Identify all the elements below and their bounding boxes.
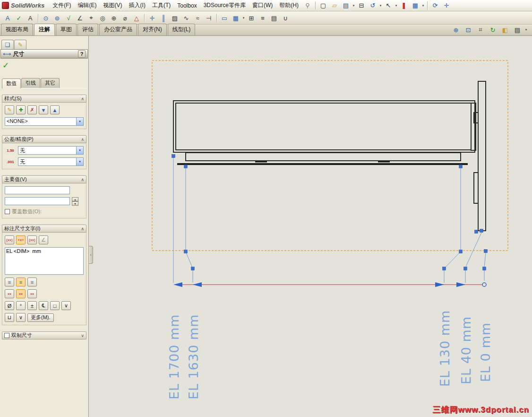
dual-parenthesis-button[interactable]: (xx) <box>27 235 37 244</box>
undo-button[interactable]: ↺ <box>368 1 378 10</box>
datum-target-icon[interactable]: ⊕ <box>109 13 119 23</box>
drawing-graphics-area[interactable]: EL 1700 mm EL 1630 mm EL 130 mm EL 40 mm… <box>89 36 532 417</box>
elevation-dimension-label[interactable]: EL 1630 mm <box>186 291 200 400</box>
leader-angle-button[interactable]: ∠ <box>39 235 48 244</box>
revision-symbol-icon[interactable]: △ <box>131 13 142 23</box>
counterbore-symbol-button[interactable]: ⊔ <box>5 313 14 322</box>
style-group-header[interactable]: 样式(S) ∧ <box>2 95 86 103</box>
chevron-down-icon[interactable]: ▾ <box>76 158 83 165</box>
justify-middle-button[interactable]: xx <box>16 289 26 298</box>
view-display-icon[interactable]: ◧ <box>500 26 510 34</box>
square-symbol-button[interactable]: □ <box>50 301 60 310</box>
tab-sketch[interactable]: 草图 <box>56 24 77 35</box>
zoom-to-area-icon[interactable]: ⊡ <box>463 26 473 34</box>
elevation-dimension-label[interactable]: EL 0 mm <box>478 287 492 382</box>
elevation-dimension-label[interactable]: EL 130 mm <box>438 292 452 387</box>
menu-help[interactable]: 帮助(H) <box>276 0 302 11</box>
countersink-symbol-button[interactable]: ∨ <box>16 313 26 322</box>
display-settings-button[interactable]: ▦ <box>410 1 420 10</box>
end-treatment-icon[interactable]: ⊣ <box>204 13 214 23</box>
viewbar-dropdown-arrow[interactable]: ▾ <box>524 28 528 32</box>
print-button[interactable]: ⊟ <box>356 1 367 10</box>
save-dropdown-arrow[interactable]: ▾ <box>352 4 356 8</box>
spin-up-icon[interactable]: ▴ <box>72 197 78 201</box>
tab-leaders[interactable]: 引线 <box>21 78 40 88</box>
tab-office-products[interactable]: 办公室产品 <box>99 24 137 35</box>
add-style-button[interactable]: ✚ <box>16 105 26 114</box>
delete-style-button[interactable]: ✗ <box>27 105 37 114</box>
panel-splitter-handle[interactable]: ‹ <box>89 246 93 264</box>
hole-table-icon[interactable]: ⊞ <box>246 13 257 23</box>
surface-finish-icon[interactable]: √ <box>63 13 74 23</box>
no-style-button[interactable]: ✎ <box>5 105 14 114</box>
undo-dropdown-arrow[interactable]: ▾ <box>378 4 383 8</box>
search-icon[interactable]: ⚲ <box>302 1 313 10</box>
zoom-to-fit-icon[interactable]: ⊕ <box>451 26 461 34</box>
tolerance-combobox[interactable]: 无 ▾ <box>18 146 84 155</box>
precision-combobox[interactable]: 无 ▾ <box>18 157 84 166</box>
propertymanager-tab-icon[interactable]: ❏ <box>1 40 14 49</box>
hole-callout-icon[interactable]: ⌀ <box>120 13 130 23</box>
align-right-button[interactable]: ≡ <box>27 278 37 287</box>
chevron-down-icon[interactable]: ▾ <box>76 118 83 125</box>
dimension-text-area[interactable]: EL <DIM> mm <box>5 247 84 275</box>
justify-bottom-button[interactable]: xx <box>27 289 37 298</box>
ok-check-icon[interactable]: ✓ <box>2 61 9 70</box>
dimension-text-group-header[interactable]: 标注尺寸文字(I) ∧ <box>2 225 86 233</box>
multi-jog-leader-icon[interactable]: ∿ <box>181 13 191 23</box>
elevation-dimension-label[interactable]: EL 1700 mm <box>167 291 181 400</box>
table-dropdown-arrow[interactable]: ▾ <box>241 16 246 20</box>
dimension-name-field[interactable] <box>5 186 70 194</box>
menu-edit[interactable]: 编辑(E) <box>75 0 100 11</box>
select-cursor-button[interactable]: ↖ <box>383 1 394 10</box>
override-value-checkbox[interactable] <box>5 209 10 214</box>
balloon-icon[interactable]: ⊙ <box>41 13 51 23</box>
zoom-to-selection-icon[interactable]: ⌗ <box>475 26 486 34</box>
dual-dimension-header[interactable]: 双制尺寸 ∨ <box>2 331 86 339</box>
open-button[interactable]: ▱ <box>329 1 340 10</box>
select-dropdown-arrow[interactable]: ▾ <box>394 4 398 8</box>
center-mark-icon[interactable]: ✛ <box>147 13 157 23</box>
elevation-dimension-label[interactable]: EL 40 mm <box>459 290 473 384</box>
auto-balloon-icon[interactable]: ⊚ <box>52 13 62 23</box>
revision-table-icon[interactable]: ▤ <box>269 13 279 23</box>
note-icon[interactable]: A <box>2 13 13 23</box>
style-combobox[interactable]: <NONE> ▾ <box>5 117 84 126</box>
plus-minus-symbol-button[interactable]: ± <box>27 301 37 310</box>
pan-button[interactable]: ✛ <box>441 1 452 10</box>
tab-evaluate[interactable]: 评估 <box>77 24 98 35</box>
magnet-line-icon[interactable]: ∪ <box>280 13 291 23</box>
menu-window[interactable]: 窗口(W) <box>249 0 276 11</box>
dual-dimension-checkbox[interactable] <box>4 333 9 338</box>
tab-value[interactable]: 数值 <box>2 78 21 88</box>
bom-icon[interactable]: ≡ <box>257 13 268 23</box>
add-parenthesis-button[interactable]: (xx) <box>5 235 14 244</box>
caterpillar-icon[interactable]: ≈ <box>192 13 203 23</box>
save-style-button[interactable]: ▼ <box>39 105 48 114</box>
centerline-icon[interactable]: ║ <box>158 13 169 23</box>
align-left-button[interactable]: ≡ <box>5 278 14 287</box>
display-dropdown-arrow[interactable]: ▾ <box>421 4 425 8</box>
value-spinner[interactable]: ▴ ▾ <box>72 197 78 205</box>
tab-line-format[interactable]: 线型(L) <box>168 24 196 35</box>
menu-insert[interactable]: 插入(I) <box>126 0 149 11</box>
tab-annotation[interactable]: 注解 <box>34 24 55 35</box>
tab-view-layout[interactable]: 视图布局 <box>1 24 33 35</box>
menu-file[interactable]: 文件(F) <box>49 0 74 11</box>
chevron-down-icon[interactable]: ▾ <box>76 147 83 154</box>
load-style-button[interactable]: ▲ <box>50 105 60 114</box>
help-button[interactable]: ? <box>78 50 86 58</box>
degree-symbol-button[interactable]: ° <box>16 301 26 310</box>
more-symbols-button[interactable]: 更多(M). <box>27 313 54 322</box>
tab-other[interactable]: 其它 <box>41 78 60 88</box>
datum-feature-icon[interactable]: ◎ <box>97 13 108 23</box>
justify-top-button[interactable]: xx <box>5 289 14 298</box>
weld-symbol-icon[interactable]: ∠ <box>75 13 85 23</box>
custom-properties-tab-icon[interactable]: ✎ <box>14 40 26 49</box>
table-icon[interactable]: ▦ <box>231 13 241 23</box>
save-button[interactable]: ▤ <box>341 1 351 10</box>
menu-view[interactable]: 视图(V) <box>100 0 126 11</box>
geometric-tolerance-icon[interactable]: ⌖ <box>86 13 96 23</box>
rebuild-icon[interactable]: ↻ <box>488 26 498 34</box>
tab-align[interactable]: 对齐(N) <box>138 24 167 35</box>
